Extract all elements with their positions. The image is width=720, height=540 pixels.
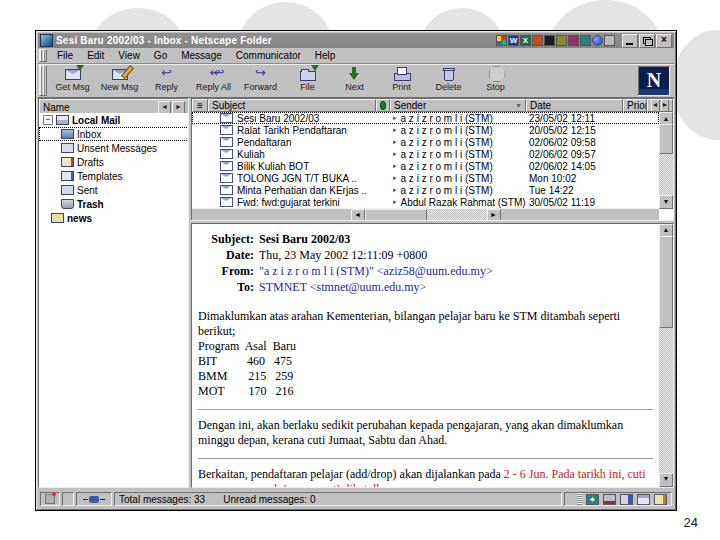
mailbox-icon[interactable] — [603, 494, 616, 505]
security-status[interactable] — [40, 492, 60, 506]
news-icon — [51, 213, 64, 223]
message-to-link[interactable]: STMNET <stmnet@uum.edu.my> — [259, 280, 653, 295]
envelope-icon — [220, 185, 233, 195]
flag-column-header[interactable] — [376, 99, 390, 112]
column-left-icon[interactable]: ◄ — [651, 99, 660, 112]
netscape-logo[interactable]: N — [638, 66, 670, 96]
reply-all-button[interactable]: ↩↩ Reply All — [190, 64, 237, 97]
word-icon[interactable] — [508, 35, 519, 46]
message-row[interactable]: Bilik Kuliah BOT ▸a z i z r o m l i (STM… — [192, 160, 659, 172]
list-menu-icon[interactable] — [192, 99, 208, 112]
priority-column-header[interactable]: Priority — [623, 99, 647, 112]
menu-bar: File Edit View Go Message Communicator H… — [38, 48, 674, 64]
photodraw-icon[interactable] — [568, 35, 579, 46]
toolbar-grip[interactable] — [39, 65, 47, 96]
scroll-down-icon[interactable]: ▼ — [659, 473, 673, 487]
title-bar[interactable]: Sesi Baru 2002/03 - Inbox - Netscape Fol… — [38, 33, 674, 48]
message-row[interactable]: TOLONG JGN T/T BUKA .. ▸a z i z r o m l … — [192, 172, 659, 184]
online-status[interactable] — [76, 492, 112, 506]
envelope-icon — [220, 161, 233, 171]
message-row[interactable]: Sesi Baru 2002/03 ▸a z i z r o m l i (ST… — [192, 112, 659, 124]
body-paragraph: Berkaitan, pendaftaran pelajar (add/drop… — [198, 467, 653, 482]
print-button[interactable]: Print — [378, 64, 425, 97]
scroll-down-icon[interactable]: ▼ — [659, 195, 673, 209]
column-left-icon[interactable]: ◄ — [158, 101, 171, 114]
component-bar-grip[interactable] — [577, 493, 582, 505]
to-label: To: — [198, 280, 254, 295]
file-button[interactable]: File — [284, 64, 331, 97]
message-date: 30/05/02 11:19 — [526, 197, 623, 208]
reply-button[interactable]: ↩ Reply — [143, 64, 190, 97]
menu-message[interactable]: Message — [175, 49, 228, 62]
sidebar-item-unsent[interactable]: Unsent Messages — [39, 141, 189, 155]
total-messages: Total messages: 33 — [119, 494, 205, 505]
new-msg-button[interactable]: New Msg — [96, 64, 143, 97]
outlook-icon[interactable] — [556, 35, 567, 46]
body-table-line: BMM 215 259 — [198, 369, 653, 384]
drafts-icon — [61, 157, 74, 167]
message-subject: TOLONG JGN T/T BUKA .. — [237, 173, 357, 184]
menu-communicator[interactable]: Communicator — [230, 49, 307, 62]
message-sender: a z i z r o m l i (STM) — [401, 137, 493, 148]
navigator-icon[interactable] — [586, 494, 599, 505]
menu-file[interactable]: File — [51, 49, 79, 62]
minimize-button[interactable] — [622, 34, 638, 48]
composer-icon[interactable] — [654, 494, 667, 505]
message-row[interactable]: Kuliah ▸a z i z r o m l i (STM) 02/06/02… — [192, 148, 659, 160]
date-column-header[interactable]: Date — [526, 99, 623, 112]
envelope-icon — [220, 173, 233, 183]
sidebar-item-sent[interactable]: Sent — [39, 183, 189, 197]
publisher-icon[interactable] — [580, 35, 591, 46]
office-icon[interactable] — [496, 35, 507, 46]
get-msg-button[interactable]: Get Msg — [49, 64, 96, 97]
restore-button[interactable] — [639, 34, 655, 48]
list-scrollbar[interactable]: ▲ ▼ — [659, 112, 673, 209]
message-from-link[interactable]: "a z i z r o m l i (STM)" <aziz58@uum.ed… — [259, 264, 653, 279]
menu-go[interactable]: Go — [148, 49, 173, 62]
column-right-icon[interactable]: ► — [172, 101, 185, 114]
notes-icon[interactable] — [604, 35, 615, 46]
messenger-icon[interactable] — [592, 35, 603, 46]
menu-view[interactable]: View — [112, 49, 146, 62]
addressbook-icon[interactable] — [637, 494, 650, 505]
menu-edit[interactable]: Edit — [81, 49, 110, 62]
stop-button[interactable]: Stop — [472, 64, 519, 97]
message-scrollbar[interactable]: ▲ ▼ — [659, 224, 673, 487]
message-row[interactable]: Fwd: fwd:gujarat terkini ▸Abdul Razak Ra… — [192, 196, 659, 208]
delete-button[interactable]: Delete — [425, 64, 472, 97]
scrollbar-thumb[interactable] — [659, 124, 673, 154]
toolbar-grip[interactable] — [39, 49, 47, 62]
menu-help[interactable]: Help — [309, 49, 342, 62]
discussions-icon[interactable] — [620, 494, 633, 505]
sidebar-item-inbox[interactable]: Inbox — [39, 127, 189, 141]
sidebar-item-templates[interactable]: Templates — [39, 169, 189, 183]
access-icon[interactable] — [544, 35, 555, 46]
sidebar-item-local-mail[interactable]: − Local Mail — [39, 113, 189, 127]
sidebar-item-trash[interactable]: Trash — [39, 197, 189, 211]
column-right-icon[interactable]: ► — [661, 99, 670, 112]
sent-icon — [61, 185, 74, 195]
sidebar-item-drafts[interactable]: Drafts — [39, 155, 189, 169]
next-button[interactable]: Next — [331, 64, 378, 97]
scrollbar-thumb[interactable] — [659, 236, 673, 328]
powerpoint-icon[interactable] — [532, 35, 543, 46]
sender-marker-icon: ▸ — [393, 138, 397, 146]
sender-marker-icon: ▸ — [393, 186, 397, 194]
message-row[interactable]: Pendaftaran ▸a z i z r o m l i (STM) 02/… — [192, 136, 659, 148]
sidebar-item-news[interactable]: news — [39, 211, 189, 225]
forward-button[interactable]: ↪ Forward — [237, 64, 284, 97]
message-row[interactable]: Minta Perhatian dan KErjas .. ▸a z i z r… — [192, 184, 659, 196]
message-row[interactable]: Ralat Tarikh Pendaftaran ▸a z i z r o m … — [192, 124, 659, 136]
close-button[interactable] — [656, 34, 672, 48]
collapse-icon[interactable]: − — [43, 115, 53, 125]
body-paragraph: Dimaklumkan atas arahan Kementerian, bil… — [198, 309, 653, 339]
message-sender: a z i z r o m l i (STM) — [401, 161, 493, 172]
body-table-line: MOT 170 216 — [198, 384, 653, 399]
message-date: Mon 10:02 — [526, 173, 623, 184]
subject-column-header[interactable]: Subject — [208, 99, 376, 112]
column-nav: ◄ ► — [647, 99, 673, 112]
sender-column-header[interactable]: Sender ▼ — [390, 99, 526, 112]
presentation-slide: Sesi Baru 2002/03 - Inbox - Netscape Fol… — [0, 0, 720, 540]
excel-icon[interactable] — [520, 35, 531, 46]
name-column-header[interactable]: Name — [43, 102, 70, 113]
